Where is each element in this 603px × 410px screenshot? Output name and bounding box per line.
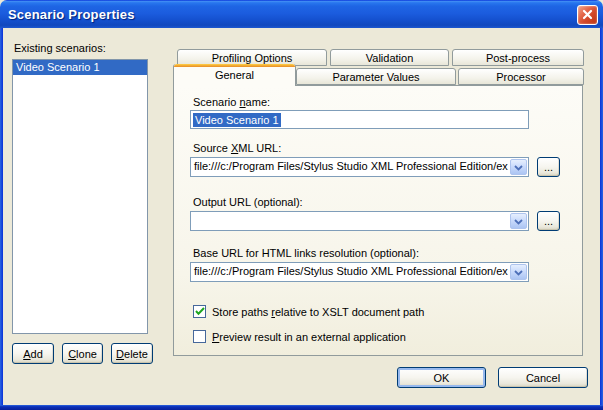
clone-button[interactable]: Clone <box>62 343 103 364</box>
store-paths-checkbox[interactable] <box>193 305 206 318</box>
source-url-browse-button[interactable]: ... <box>537 157 560 177</box>
store-paths-label: Store paths relative to XSLT document pa… <box>212 306 424 318</box>
tab-processor[interactable]: Processor <box>458 68 584 85</box>
active-tab-accent <box>174 64 295 67</box>
base-url-value: file:///c:/Program Files/Stylus Studio X… <box>191 263 509 281</box>
scenario-name-input[interactable]: Video Scenario 1 <box>190 110 529 129</box>
source-xml-url-value: file:///c:/Program Files/Stylus Studio X… <box>191 158 509 176</box>
tab-parameter-values[interactable]: Parameter Values <box>296 68 456 85</box>
window-border-left <box>0 28 3 410</box>
cancel-button[interactable]: Cancel <box>498 367 588 388</box>
add-button[interactable]: Add <box>12 343 54 364</box>
scenario-properties-dialog: Scenario Properties Existing scenarios: … <box>0 0 603 410</box>
window-border-bottom <box>0 405 603 410</box>
close-icon <box>582 9 593 22</box>
preview-label: Preview result in an external applicatio… <box>212 331 406 343</box>
existing-scenarios-label: Existing scenarios: <box>14 42 106 54</box>
check-icon <box>195 306 205 318</box>
chevron-down-icon <box>514 161 523 173</box>
scenario-listbox[interactable]: Video Scenario 1 <box>12 59 148 334</box>
chevron-down-icon <box>514 266 523 278</box>
delete-button[interactable]: Delete <box>111 343 153 364</box>
source-xml-url-combobox[interactable]: file:///c:/Program Files/Stylus Studio X… <box>190 157 529 177</box>
tab-general[interactable]: General <box>173 64 296 86</box>
source-url-dropdown-button[interactable] <box>510 159 527 175</box>
output-url-browse-button[interactable]: ... <box>537 211 560 231</box>
tab-post-process[interactable]: Post-process <box>452 49 584 66</box>
base-url-label: Base URL for HTML links resolution (opti… <box>193 247 419 259</box>
output-url-label: Output URL (optional): <box>193 196 303 208</box>
check-icon <box>195 331 205 343</box>
base-url-dropdown-button[interactable] <box>510 264 527 280</box>
close-button[interactable] <box>577 5 598 25</box>
scenario-name-value: Video Scenario 1 <box>193 113 281 127</box>
base-url-combobox[interactable]: file:///c:/Program Files/Stylus Studio X… <box>190 262 529 282</box>
output-url-combobox[interactable] <box>190 211 529 231</box>
title-bar: Scenario Properties <box>0 0 603 28</box>
window-title: Scenario Properties <box>0 7 135 22</box>
output-url-dropdown-button[interactable] <box>510 213 527 229</box>
ok-button[interactable]: OK <box>397 367 486 388</box>
scenario-name-label: Scenario name: <box>193 96 270 108</box>
preview-checkbox[interactable] <box>193 330 206 343</box>
list-item[interactable]: Video Scenario 1 <box>13 60 147 75</box>
tab-validation[interactable]: Validation <box>330 49 449 66</box>
output-url-value <box>191 212 509 230</box>
source-xml-url-label: Source XML URL: <box>193 142 281 154</box>
chevron-down-icon <box>514 215 523 227</box>
